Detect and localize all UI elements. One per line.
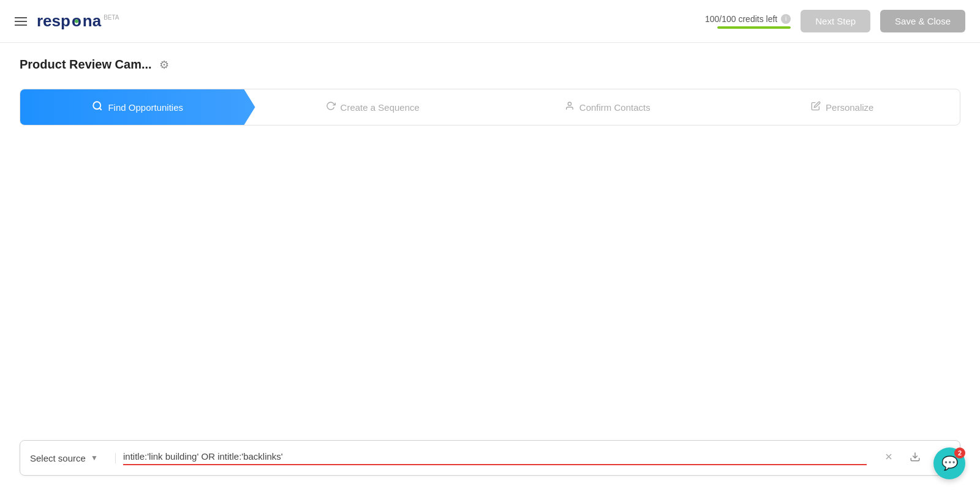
hamburger-menu[interactable]: [15, 17, 27, 26]
step-confirm-contacts[interactable]: Confirm Contacts: [490, 90, 725, 124]
campaign-title: Product Review Cam...: [20, 58, 152, 72]
svg-point-0: [94, 102, 101, 109]
header: resp o na BETA 100/100 credits left i Ne…: [0, 0, 980, 43]
search-bar: Select source ▼: [20, 440, 960, 476]
credits-text: 100/100 credits left i: [705, 14, 791, 24]
person-step-icon: [565, 101, 575, 113]
svg-point-2: [568, 102, 571, 105]
step-personalize[interactable]: Personalize: [725, 90, 960, 124]
svg-line-1: [100, 108, 102, 110]
select-source-dropdown[interactable]: Select source ▼: [30, 453, 116, 463]
search-bar-wrapper: Select source ▼: [0, 428, 980, 494]
credits-bar-fill: [717, 26, 791, 29]
gear-icon[interactable]: ⚙: [159, 58, 169, 72]
logo-o: o: [72, 12, 81, 31]
step-personalize-label: Personalize: [826, 102, 873, 113]
credits-info-icon[interactable]: i: [781, 14, 791, 24]
chat-icon: 💬: [941, 455, 958, 471]
search-input[interactable]: [123, 451, 867, 465]
credits-bar: [717, 26, 791, 29]
search-input-wrapper: [116, 451, 874, 465]
main-content: Product Review Cam... ⚙ Find Opportuniti…: [0, 43, 980, 165]
chat-badge: 2: [954, 447, 965, 458]
step-sequence-label: Create a Sequence: [341, 102, 420, 113]
steps-bar: Find Opportunities Create a Sequence Con…: [20, 89, 960, 125]
download-button[interactable]: [907, 449, 923, 468]
refresh-step-icon: [326, 101, 336, 113]
step-contacts-label: Confirm Contacts: [579, 102, 650, 113]
credits-wrapper: 100/100 credits left i: [705, 14, 791, 29]
edit-step-icon: [811, 101, 821, 113]
chevron-down-icon: ▼: [91, 454, 98, 462]
step-find-label: Find Opportunities: [108, 102, 183, 113]
header-left: resp o na BETA: [15, 12, 119, 31]
logo-beta: BETA: [104, 14, 119, 21]
logo: resp o na BETA: [37, 12, 119, 31]
search-step-icon: [92, 100, 103, 114]
header-right: 100/100 credits left i Next Step Save & …: [705, 10, 965, 32]
chat-bubble[interactable]: 💬 2: [933, 447, 965, 479]
logo-na: na: [83, 12, 101, 31]
campaign-title-row: Product Review Cam... ⚙: [20, 58, 960, 72]
credits-label: 100/100 credits left: [705, 14, 777, 24]
clear-search-button[interactable]: [881, 449, 896, 466]
step-find-opportunities[interactable]: Find Opportunities: [20, 89, 255, 125]
logo-text: resp: [37, 12, 70, 31]
next-step-button[interactable]: Next Step: [801, 10, 870, 32]
save-close-button[interactable]: Save & Close: [880, 10, 965, 32]
step-create-sequence[interactable]: Create a Sequence: [255, 90, 491, 124]
select-source-label: Select source: [30, 453, 86, 463]
